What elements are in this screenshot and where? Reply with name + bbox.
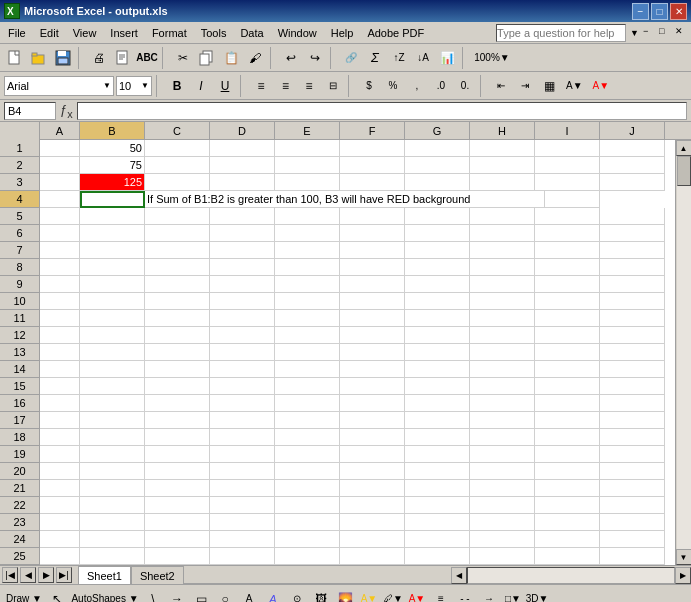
- row-num-23[interactable]: 23: [0, 514, 39, 531]
- cell-h10[interactable]: [470, 293, 535, 310]
- cell-d19[interactable]: [210, 446, 275, 463]
- cell-a25[interactable]: [40, 548, 80, 565]
- cell-d18[interactable]: [210, 429, 275, 446]
- sheet-tab-1[interactable]: Sheet1: [78, 566, 131, 584]
- cell-e8[interactable]: [275, 259, 340, 276]
- cell-d24[interactable]: [210, 531, 275, 548]
- cell-d2[interactable]: [210, 157, 275, 174]
- cell-i25[interactable]: [535, 548, 600, 565]
- cell-b7[interactable]: [80, 242, 145, 259]
- cell-c4[interactable]: If Sum of B1:B2 is greater than 100, B3 …: [145, 191, 545, 208]
- cell-b4[interactable]: [80, 191, 145, 208]
- col-header-i[interactable]: I: [535, 122, 600, 139]
- menu-window[interactable]: Window: [272, 25, 323, 41]
- cell-d22[interactable]: [210, 497, 275, 514]
- currency-button[interactable]: $: [358, 75, 380, 97]
- cell-a12[interactable]: [40, 327, 80, 344]
- cell-a5[interactable]: [40, 208, 80, 225]
- paste-button[interactable]: 📋: [220, 47, 242, 69]
- cell-c13[interactable]: [145, 344, 210, 361]
- row-num-9[interactable]: 9: [0, 276, 39, 293]
- row-num-5[interactable]: 5: [0, 208, 39, 225]
- cell-h17[interactable]: [470, 412, 535, 429]
- col-header-c[interactable]: C: [145, 122, 210, 139]
- cell-c5[interactable]: [145, 208, 210, 225]
- cell-i15[interactable]: [535, 378, 600, 395]
- row-num-21[interactable]: 21: [0, 480, 39, 497]
- format-painter-button[interactable]: 🖌: [244, 47, 266, 69]
- 3d-btn[interactable]: 3D▼: [526, 588, 548, 603]
- font-size-selector[interactable]: 10 ▼: [116, 76, 152, 96]
- cell-d3[interactable]: [210, 174, 275, 191]
- row-num-4[interactable]: 4: [0, 191, 39, 208]
- cell-b13[interactable]: [80, 344, 145, 361]
- cell-j22[interactable]: [600, 497, 665, 514]
- line-style-btn[interactable]: ≡: [430, 588, 452, 603]
- help-search-arrow[interactable]: ▼: [630, 28, 639, 38]
- cell-g9[interactable]: [405, 276, 470, 293]
- cell-e15[interactable]: [275, 378, 340, 395]
- cell-i18[interactable]: [535, 429, 600, 446]
- cell-j20[interactable]: [600, 463, 665, 480]
- new-button[interactable]: [4, 47, 26, 69]
- cell-h21[interactable]: [470, 480, 535, 497]
- cell-j15[interactable]: [600, 378, 665, 395]
- col-header-j[interactable]: J: [600, 122, 665, 139]
- cell-d10[interactable]: [210, 293, 275, 310]
- cell-j13[interactable]: [600, 344, 665, 361]
- cell-h2[interactable]: [470, 157, 535, 174]
- cell-f13[interactable]: [340, 344, 405, 361]
- cell-c11[interactable]: [145, 310, 210, 327]
- cell-j25[interactable]: [600, 548, 665, 565]
- cell-j12[interactable]: [600, 327, 665, 344]
- row-num-3[interactable]: 3: [0, 174, 39, 191]
- inner-minimize-button[interactable]: −: [643, 26, 657, 40]
- cell-b24[interactable]: [80, 531, 145, 548]
- cell-a6[interactable]: [40, 225, 80, 242]
- cell-h8[interactable]: [470, 259, 535, 276]
- cell-a2[interactable]: [40, 157, 80, 174]
- cell-c8[interactable]: [145, 259, 210, 276]
- cell-e13[interactable]: [275, 344, 340, 361]
- minimize-button[interactable]: −: [632, 3, 649, 20]
- line-btn[interactable]: \: [142, 588, 164, 603]
- cell-i7[interactable]: [535, 242, 600, 259]
- row-num-18[interactable]: 18: [0, 429, 39, 446]
- cell-e9[interactable]: [275, 276, 340, 293]
- scroll-track[interactable]: [677, 156, 691, 549]
- cell-j5[interactable]: [600, 208, 665, 225]
- cell-g20[interactable]: [405, 463, 470, 480]
- cell-i14[interactable]: [535, 361, 600, 378]
- row-num-14[interactable]: 14: [0, 361, 39, 378]
- cell-e19[interactable]: [275, 446, 340, 463]
- menu-data[interactable]: Data: [234, 25, 269, 41]
- cell-j1[interactable]: [600, 140, 665, 157]
- menu-view[interactable]: View: [67, 25, 103, 41]
- cell-j8[interactable]: [600, 259, 665, 276]
- cell-c3[interactable]: [145, 174, 210, 191]
- cell-g10[interactable]: [405, 293, 470, 310]
- cell-h15[interactable]: [470, 378, 535, 395]
- cell-f5[interactable]: [340, 208, 405, 225]
- cell-c18[interactable]: [145, 429, 210, 446]
- cell-e14[interactable]: [275, 361, 340, 378]
- cell-g15[interactable]: [405, 378, 470, 395]
- merge-center-button[interactable]: ⊟: [322, 75, 344, 97]
- cell-j14[interactable]: [600, 361, 665, 378]
- cell-f6[interactable]: [340, 225, 405, 242]
- scroll-up-arrow[interactable]: ▲: [676, 140, 692, 156]
- cell-i16[interactable]: [535, 395, 600, 412]
- cell-f8[interactable]: [340, 259, 405, 276]
- align-center-button[interactable]: ≡: [274, 75, 296, 97]
- cell-b22[interactable]: [80, 497, 145, 514]
- tab-nav-last[interactable]: ▶|: [56, 567, 72, 583]
- cell-b12[interactable]: [80, 327, 145, 344]
- cell-b15[interactable]: [80, 378, 145, 395]
- cell-i3[interactable]: [535, 174, 600, 191]
- cell-j10[interactable]: [600, 293, 665, 310]
- clipart-btn[interactable]: 🖼: [310, 588, 332, 603]
- cell-c16[interactable]: [145, 395, 210, 412]
- cell-i13[interactable]: [535, 344, 600, 361]
- row-num-12[interactable]: 12: [0, 327, 39, 344]
- cell-h9[interactable]: [470, 276, 535, 293]
